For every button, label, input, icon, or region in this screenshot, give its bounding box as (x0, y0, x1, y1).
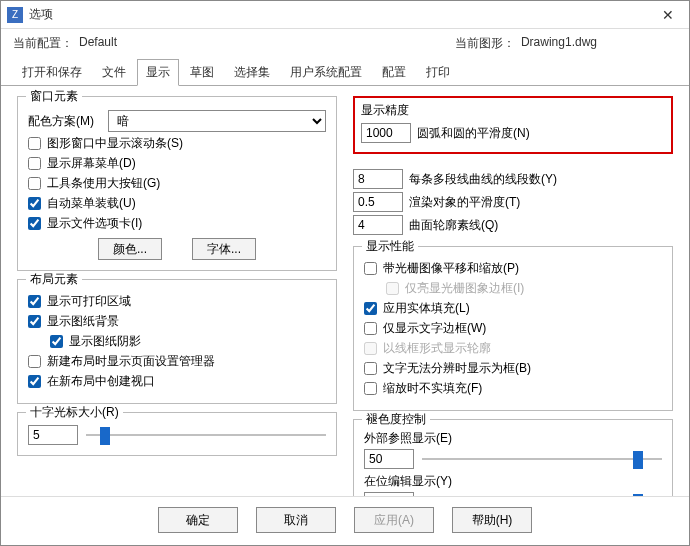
wireframe-silhouettes-label: 以线框形式显示轮廓 (383, 340, 491, 357)
auto-menu-load-checkbox[interactable] (28, 197, 41, 210)
arc-smoothness-input[interactable] (361, 123, 411, 143)
tabs: 打开和保存 文件 显示 草图 选择集 用户系统配置 配置 打印 (1, 54, 689, 86)
current-profile-value: Default (79, 35, 117, 52)
show-screen-menu-checkbox[interactable] (28, 157, 41, 170)
display-performance-group: 显示性能 带光栅图像平移和缩放(P) 仅亮显光栅图象边框(I) 应用实体填充(L… (353, 246, 673, 411)
display-precision-highlight: 显示精度 圆弧和圆的平滑度(N) (353, 96, 673, 154)
arc-smoothness-label: 圆弧和圆的平滑度(N) (417, 125, 530, 142)
options-dialog: Z 选项 ✕ 当前配置： Default 当前图形： Drawing1.dwg … (0, 0, 690, 546)
tab-open-save[interactable]: 打开和保存 (13, 59, 91, 86)
render-smoothness-input[interactable] (353, 192, 403, 212)
crosshair-size-input[interactable] (28, 425, 78, 445)
fonts-button[interactable]: 字体... (192, 238, 256, 260)
large-buttons-checkbox[interactable] (28, 177, 41, 190)
no-realtime-fill-checkbox[interactable] (364, 382, 377, 395)
display-performance-title: 显示性能 (362, 238, 418, 255)
layout-elements-group: 布局元素 显示可打印区域 显示图纸背景 显示图纸阴影 新建布局时显示页面设置管理… (17, 279, 337, 404)
tab-plot[interactable]: 打印 (417, 59, 459, 86)
tab-user-prefs[interactable]: 用户系统配置 (281, 59, 371, 86)
polyline-segments-label: 每条多段线曲线的线段数(Y) (409, 171, 557, 188)
tab-display[interactable]: 显示 (137, 59, 179, 86)
create-viewport-checkbox[interactable] (28, 375, 41, 388)
show-text-boundary-checkbox[interactable] (364, 322, 377, 335)
show-scrollbars-label: 图形窗口中显示滚动条(S) (47, 135, 183, 152)
close-icon[interactable]: ✕ (653, 4, 683, 26)
inplace-edit-slider[interactable] (422, 493, 662, 496)
polyline-segments-input[interactable] (353, 169, 403, 189)
crosshair-group: 十字光标大小(R) (17, 412, 337, 456)
show-screen-menu-label: 显示屏幕菜单(D) (47, 155, 136, 172)
colors-button[interactable]: 颜色... (98, 238, 162, 260)
contour-lines-input[interactable] (353, 215, 403, 235)
show-printable-area-checkbox[interactable] (28, 295, 41, 308)
show-paper-background-checkbox[interactable] (28, 315, 41, 328)
large-buttons-label: 工具条使用大按钮(G) (47, 175, 160, 192)
current-drawing-label: 当前图形： (455, 35, 515, 52)
footer: 确定 取消 应用(A) 帮助(H) (1, 496, 689, 545)
layout-elements-title: 布局元素 (26, 271, 82, 288)
window-elements-title: 窗口元素 (26, 88, 82, 105)
window-title: 选项 (29, 6, 653, 23)
show-file-tabs-label: 显示文件选项卡(I) (47, 215, 142, 232)
inplace-edit-label: 在位编辑显示(Y) (364, 473, 662, 490)
color-scheme-label: 配色方案(M) (28, 113, 94, 130)
render-smoothness-label: 渲染对象的平滑度(T) (409, 194, 520, 211)
text-as-box-checkbox[interactable] (364, 362, 377, 375)
contour-lines-label: 曲面轮廓素线(Q) (409, 217, 498, 234)
no-realtime-fill-label: 缩放时不实填充(F) (383, 380, 482, 397)
new-layout-page-setup-checkbox[interactable] (28, 355, 41, 368)
show-text-boundary-label: 仅显示文字边框(W) (383, 320, 486, 337)
xref-display-input[interactable] (364, 449, 414, 469)
show-scrollbars-checkbox[interactable] (28, 137, 41, 150)
tab-files[interactable]: 文件 (93, 59, 135, 86)
right-column: 显示精度 圆弧和圆的平滑度(N) 每条多段线曲线的线段数(Y) 渲染对象的平滑度… (353, 96, 673, 486)
help-button[interactable]: 帮助(H) (452, 507, 532, 533)
fade-control-title: 褪色度控制 (362, 411, 430, 428)
show-paper-shadow-label: 显示图纸阴影 (69, 333, 141, 350)
auto-menu-load-label: 自动菜单装载(U) (47, 195, 136, 212)
show-file-tabs-checkbox[interactable] (28, 217, 41, 230)
apply-solid-fill-checkbox[interactable] (364, 302, 377, 315)
app-icon: Z (7, 7, 23, 23)
tab-drafting[interactable]: 草图 (181, 59, 223, 86)
highlight-raster-frame-checkbox (386, 282, 399, 295)
left-column: 窗口元素 配色方案(M) 暗 图形窗口中显示滚动条(S) 显示屏幕菜单(D) 工… (17, 96, 337, 486)
show-paper-background-label: 显示图纸背景 (47, 313, 119, 330)
new-layout-page-setup-label: 新建布局时显示页面设置管理器 (47, 353, 215, 370)
header-info: 当前配置： Default 当前图形： Drawing1.dwg (1, 29, 689, 54)
apply-solid-fill-label: 应用实体填充(L) (383, 300, 470, 317)
xref-display-slider[interactable] (422, 450, 662, 468)
show-paper-shadow-checkbox[interactable] (50, 335, 63, 348)
tab-selection[interactable]: 选择集 (225, 59, 279, 86)
text-as-box-label: 文字无法分辨时显示为框(B) (383, 360, 531, 377)
color-scheme-select[interactable]: 暗 (108, 110, 326, 132)
crosshair-slider[interactable] (86, 426, 326, 444)
ok-button[interactable]: 确定 (158, 507, 238, 533)
cancel-button[interactable]: 取消 (256, 507, 336, 533)
content: 窗口元素 配色方案(M) 暗 图形窗口中显示滚动条(S) 显示屏幕菜单(D) 工… (1, 86, 689, 496)
create-viewport-label: 在新布局中创建视口 (47, 373, 155, 390)
highlight-raster-frame-label: 仅亮显光栅图象边框(I) (405, 280, 524, 297)
apply-button[interactable]: 应用(A) (354, 507, 434, 533)
tab-profiles[interactable]: 配置 (373, 59, 415, 86)
crosshair-title: 十字光标大小(R) (26, 404, 123, 421)
pan-zoom-raster-checkbox[interactable] (364, 262, 377, 275)
wireframe-silhouettes-checkbox (364, 342, 377, 355)
fade-control-group: 褪色度控制 外部参照显示(E) 在位编辑显示(Y) (353, 419, 673, 496)
current-profile-label: 当前配置： (13, 35, 73, 52)
window-elements-group: 窗口元素 配色方案(M) 暗 图形窗口中显示滚动条(S) 显示屏幕菜单(D) 工… (17, 96, 337, 271)
inplace-edit-input[interactable] (364, 492, 414, 496)
titlebar: Z 选项 ✕ (1, 1, 689, 29)
current-drawing-value: Drawing1.dwg (521, 35, 597, 52)
xref-display-label: 外部参照显示(E) (364, 430, 662, 447)
display-precision-title: 显示精度 (361, 102, 665, 119)
pan-zoom-raster-label: 带光栅图像平移和缩放(P) (383, 260, 519, 277)
show-printable-area-label: 显示可打印区域 (47, 293, 131, 310)
